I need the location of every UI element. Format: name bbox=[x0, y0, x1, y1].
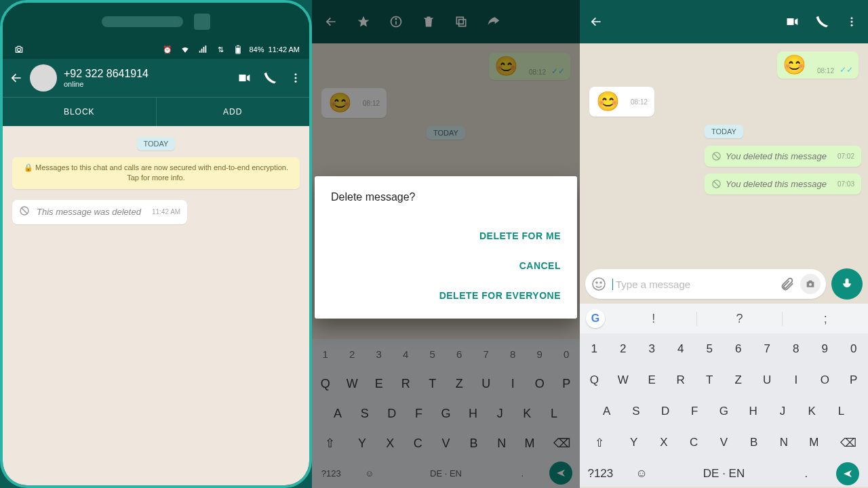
key-7[interactable]: 7 bbox=[753, 333, 782, 365]
contact-info[interactable]: +92 322 8641914 online bbox=[64, 68, 149, 88]
screenshot-deleted-received: ⏰ ⇅ 84% 11:42 AM +92 322 8641914 online bbox=[0, 0, 312, 488]
avatar[interactable] bbox=[30, 64, 57, 92]
symbols-key[interactable]: ?123 bbox=[580, 458, 621, 488]
key-N[interactable]: N bbox=[769, 427, 799, 458]
back-icon[interactable] bbox=[589, 15, 603, 28]
backspace-key[interactable]: ⌫ bbox=[829, 427, 868, 458]
svg-point-15 bbox=[851, 24, 853, 26]
period-key[interactable]: . bbox=[786, 458, 827, 488]
svg-point-22 bbox=[600, 282, 601, 283]
alarm-icon: ⏰ bbox=[161, 43, 174, 56]
more-icon[interactable] bbox=[289, 71, 302, 85]
key-T[interactable]: T bbox=[695, 365, 724, 396]
call-icon[interactable] bbox=[815, 15, 829, 28]
key-F[interactable]: F bbox=[680, 396, 709, 427]
key-M[interactable]: M bbox=[799, 427, 829, 458]
suggestion[interactable]: ! bbox=[611, 312, 697, 326]
camera-icon[interactable] bbox=[800, 274, 821, 294]
key-Q[interactable]: Q bbox=[580, 365, 609, 396]
key-9[interactable]: 9 bbox=[810, 333, 840, 365]
deleted-own-message[interactable]: You deleted this message 07:03 bbox=[705, 174, 861, 195]
key-Z[interactable]: Z bbox=[724, 365, 753, 396]
svg-point-23 bbox=[809, 283, 812, 286]
key-X[interactable]: X bbox=[649, 427, 679, 458]
more-icon[interactable] bbox=[845, 15, 859, 28]
key-3[interactable]: 3 bbox=[637, 333, 667, 365]
suggestion[interactable]: ; bbox=[783, 312, 868, 326]
key-L[interactable]: L bbox=[827, 396, 856, 427]
key-K[interactable]: K bbox=[797, 396, 827, 427]
kbd3-r1: QWERTZUIOP bbox=[580, 365, 868, 396]
emoji: 😊 bbox=[596, 92, 620, 111]
cancel-button[interactable]: CANCEL bbox=[331, 251, 561, 281]
key-E[interactable]: E bbox=[637, 365, 667, 396]
svg-point-3 bbox=[295, 73, 297, 75]
message-out[interactable]: 😊 08:12 ✓✓ bbox=[777, 52, 859, 79]
deleted-own-message[interactable]: You deleted this message 07:02 bbox=[705, 146, 861, 167]
key-5[interactable]: 5 bbox=[695, 333, 724, 365]
key-O[interactable]: O bbox=[810, 365, 840, 396]
key-8[interactable]: 8 bbox=[782, 333, 811, 365]
key-V[interactable]: V bbox=[709, 427, 738, 458]
message-in[interactable]: 😊 08:12 bbox=[589, 87, 654, 117]
key-B[interactable]: B bbox=[739, 427, 769, 458]
suggestion[interactable]: ? bbox=[697, 312, 783, 326]
emoji-key[interactable]: ☺ bbox=[621, 458, 663, 488]
keyboard[interactable]: G ! ? ; 1234567890 QWERTZUIOP ASDFGHJKL … bbox=[580, 304, 868, 487]
svg-rect-2 bbox=[237, 45, 239, 46]
screenshot-delete-dialog: 😊 08:12 ✓✓ 😊 08:12 TODAY Delete message?… bbox=[312, 0, 580, 488]
timestamp: 07:03 bbox=[837, 180, 854, 188]
chat-header: +92 322 8641914 online bbox=[3, 59, 309, 97]
key-I[interactable]: I bbox=[782, 365, 811, 396]
enter-key[interactable] bbox=[827, 458, 868, 488]
call-icon[interactable] bbox=[263, 71, 277, 85]
timestamp: 07:02 bbox=[837, 152, 854, 160]
key-C[interactable]: C bbox=[679, 427, 709, 458]
key-0[interactable]: 0 bbox=[840, 333, 869, 365]
attach-icon[interactable] bbox=[780, 277, 795, 291]
delete-for-everyone-button[interactable]: DELETE FOR EVERYONE bbox=[331, 281, 561, 310]
key-J[interactable]: J bbox=[768, 396, 797, 427]
deleted-text: This message was deleted bbox=[37, 207, 141, 217]
encryption-notice[interactable]: 🔒 Messages to this chat and calls are no… bbox=[12, 157, 300, 189]
key-U[interactable]: U bbox=[753, 365, 782, 396]
deleted-message-bubble[interactable]: This message was deleted 11:42 AM bbox=[12, 200, 187, 224]
videocall-icon[interactable] bbox=[237, 71, 251, 85]
google-logo[interactable]: G bbox=[580, 309, 611, 328]
space-key[interactable]: DE · EN bbox=[662, 458, 785, 488]
delete-for-me-button[interactable]: DELETE FOR ME bbox=[331, 221, 561, 251]
message-input[interactable]: Type a message bbox=[612, 279, 774, 290]
key-G[interactable]: G bbox=[709, 396, 738, 427]
key-W[interactable]: W bbox=[609, 365, 638, 396]
key-H[interactable]: H bbox=[738, 396, 768, 427]
dialog-title: Delete message? bbox=[331, 191, 561, 203]
key-1[interactable]: 1 bbox=[580, 333, 609, 365]
contact-name: +92 322 8641914 bbox=[64, 68, 149, 80]
svg-line-7 bbox=[22, 208, 27, 214]
key-A[interactable]: A bbox=[592, 396, 621, 427]
key-Y[interactable]: Y bbox=[619, 427, 649, 458]
mic-button[interactable] bbox=[831, 268, 863, 300]
chat-header bbox=[580, 0, 868, 43]
key-4[interactable]: 4 bbox=[667, 333, 696, 365]
date-pill: TODAY bbox=[137, 137, 176, 150]
back-icon[interactable] bbox=[9, 71, 23, 85]
timestamp: 08:12 bbox=[817, 67, 834, 75]
block-button[interactable]: BLOCK bbox=[3, 98, 156, 126]
emoji-picker-icon[interactable] bbox=[591, 276, 607, 292]
compose-box[interactable]: Type a message bbox=[585, 269, 826, 299]
key-S[interactable]: S bbox=[621, 396, 650, 427]
key-R[interactable]: R bbox=[667, 365, 696, 396]
add-button[interactable]: ADD bbox=[156, 98, 310, 126]
status-bar: ⏰ ⇅ 84% 11:42 AM bbox=[3, 40, 309, 59]
date-pill: TODAY bbox=[705, 125, 743, 138]
videocall-icon[interactable] bbox=[785, 15, 799, 28]
key-6[interactable]: 6 bbox=[724, 333, 753, 365]
blocked-icon bbox=[711, 179, 722, 189]
key-2[interactable]: 2 bbox=[609, 333, 638, 365]
key-P[interactable]: P bbox=[840, 365, 869, 396]
read-ticks-icon: ✓✓ bbox=[840, 65, 853, 75]
key-D[interactable]: D bbox=[650, 396, 679, 427]
emoji: 😊 bbox=[783, 56, 806, 75]
shift-key[interactable]: ⇧ bbox=[580, 427, 619, 458]
